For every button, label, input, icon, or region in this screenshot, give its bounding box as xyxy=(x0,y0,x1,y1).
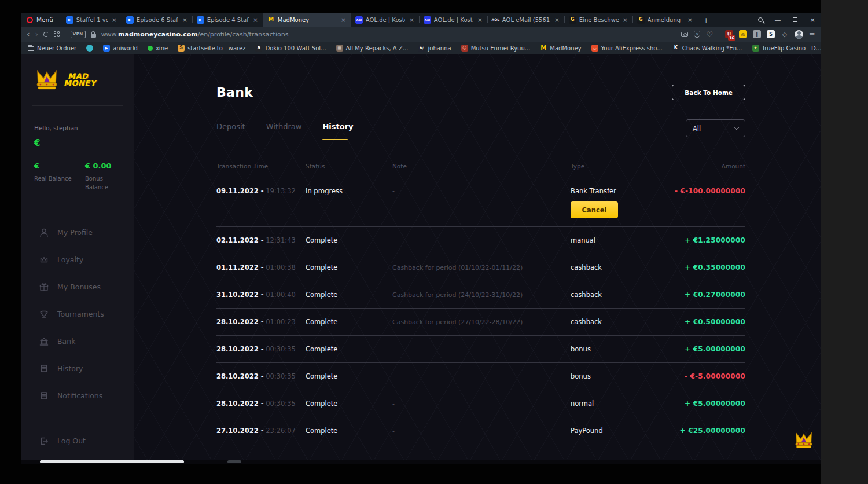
bookmark-item[interactable]: ☺Mutsu Enmei Ryuu... xyxy=(461,45,531,52)
close-button[interactable]: × xyxy=(804,13,821,27)
loyalty-crown-icon xyxy=(39,255,49,265)
back-to-home-button[interactable]: Back To Home xyxy=(672,85,745,100)
browser-tab[interactable]: ▶Staffel 1 von Gleipnir | A× xyxy=(61,13,122,27)
browser-tab[interactable]: AolAOL.de | Kostenlose Em× xyxy=(419,13,487,27)
sidebar-divider xyxy=(32,419,123,419)
browser-tab[interactable]: MMadMoney× xyxy=(263,13,351,27)
tab-close-icon[interactable]: × xyxy=(686,16,694,24)
floating-crown-button[interactable] xyxy=(793,431,815,452)
play-blue-icon: ▶ xyxy=(103,45,110,52)
sidebar-item-log-out[interactable]: Log Out xyxy=(21,427,134,454)
crown-icon: M xyxy=(540,45,547,52)
bookmark-item[interactable]: ✦TrueFlip Casino - D... xyxy=(752,45,821,52)
minimize-button[interactable]: — xyxy=(769,13,786,27)
cancel-button[interactable]: Cancel xyxy=(571,201,618,218)
opera-menu-button[interactable]: Menü xyxy=(21,13,61,27)
bookmark-item[interactable]: Neuer Ordner xyxy=(28,45,76,52)
bookmark-label: Neuer Ordner xyxy=(37,45,76,52)
extension-icon-cube[interactable]: ◇ xyxy=(781,30,789,38)
guru-favicon: G xyxy=(569,16,576,24)
active-tab-underline xyxy=(322,139,348,141)
tab-deposit[interactable]: Deposit xyxy=(216,122,245,134)
amount-cell: + €1.25000000 xyxy=(618,236,745,244)
extension-icon-s[interactable]: S xyxy=(767,30,775,38)
sidebar-item-my-profile[interactable]: My Profile xyxy=(21,219,134,246)
vpn-badge[interactable]: VPN xyxy=(71,31,86,38)
sidebar-settings-icon[interactable]: ≡ xyxy=(809,30,815,39)
reload-icon[interactable] xyxy=(43,32,49,37)
browser-tab[interactable]: ▶Episode 4 Staffel 1 von I× xyxy=(192,13,263,27)
tab-close-icon[interactable]: × xyxy=(553,16,561,24)
column-header: Type xyxy=(571,163,618,170)
bookmark-item[interactable]: ▦All My Repacks, A-Z... xyxy=(336,45,409,52)
sidebar-item-loyalty[interactable]: Loyalty xyxy=(21,246,134,273)
bookmark-item[interactable]: Sstartseite.to - warez xyxy=(178,45,245,52)
tab-title: Anmeldung | Casino Gu xyxy=(648,17,683,23)
bookmark-item[interactable]: ◡Your AliExpress sho... xyxy=(591,45,663,52)
browser-tab[interactable]: GEine Beschwerde einreic× xyxy=(564,13,632,27)
window-controls: — × xyxy=(752,13,821,27)
bookmark-item[interactable]: MMadMoney xyxy=(540,45,581,52)
bookmark-item[interactable]: KChaos Walking *En... xyxy=(672,45,742,52)
new-tab-button[interactable]: + xyxy=(697,13,715,27)
sidebar-item-bank[interactable]: Bank xyxy=(21,328,134,355)
sidebar-item-notifications[interactable]: Notifications xyxy=(21,382,134,409)
real-balance-value: € xyxy=(34,162,85,170)
balances: € Real Balance € 0.00 Bonus Balance xyxy=(21,162,134,192)
type-filter-select[interactable]: All xyxy=(686,119,745,137)
tab-close-icon[interactable]: × xyxy=(111,16,118,24)
snapshot-icon[interactable] xyxy=(681,32,688,37)
extension-icon-gray[interactable]: ‖ xyxy=(753,30,761,38)
horizontal-scrollbar-piece[interactable] xyxy=(227,460,241,463)
extension-icon-yellow[interactable]: ◎ xyxy=(739,30,747,38)
sidebar-item-my-bonuses[interactable]: My Bonuses xyxy=(21,273,134,300)
tab-close-icon[interactable]: × xyxy=(621,16,629,24)
browser-tab[interactable]: GAnmeldung | Casino Gu× xyxy=(632,13,697,27)
browser-tab[interactable]: ▶Episode 6 Staffel 1 von I× xyxy=(122,13,192,27)
madmoney-logo[interactable]: MAD MONEY xyxy=(21,68,134,91)
b-slash-icon: B/ xyxy=(418,45,425,52)
sidebar-item-label: Bank xyxy=(57,337,75,346)
extension-icon-red[interactable]: U16 xyxy=(725,30,733,38)
bookmark-label: Mutsu Enmei Ryuu... xyxy=(471,45,531,52)
tab-close-icon[interactable]: × xyxy=(252,16,259,24)
bookmark-item[interactable]: B/johanna xyxy=(418,45,451,52)
horizontal-scrollbar-thumb[interactable] xyxy=(40,460,184,463)
tab-withdraw[interactable]: Withdraw xyxy=(266,122,302,134)
note-cell: - xyxy=(392,400,571,408)
tab-search-icon[interactable] xyxy=(752,13,769,27)
tab-close-icon[interactable]: × xyxy=(476,16,484,24)
bookmark-item[interactable]: xine xyxy=(148,45,168,52)
tab-close-icon[interactable]: × xyxy=(340,16,347,24)
browser-tab[interactable]: AOLAOL eMail (5561)× xyxy=(487,13,564,27)
tab-history[interactable]: History xyxy=(322,122,353,134)
tab-title: AOL.de | Kostenlose Em xyxy=(366,17,405,23)
tab-close-icon[interactable]: × xyxy=(181,16,189,24)
profile-avatar[interactable] xyxy=(795,30,803,39)
trophy-icon xyxy=(39,309,49,320)
note-cell: Cashback for period (24/10/22-31/10/22) xyxy=(392,291,571,299)
table-row: 31.10.2022 - 01:00:40CompleteCashback fo… xyxy=(216,281,745,308)
tab-tiles-icon[interactable] xyxy=(54,31,60,37)
tab-close-icon[interactable]: × xyxy=(408,16,415,24)
status-cell: Complete xyxy=(306,399,392,408)
restore-button[interactable] xyxy=(786,13,804,27)
lock-icon[interactable] xyxy=(91,34,96,38)
sidebar-item-tournaments[interactable]: Tournaments xyxy=(21,300,134,328)
currency-symbol[interactable]: € xyxy=(21,138,134,148)
bookmark-item[interactable] xyxy=(86,45,93,52)
receipt-icon xyxy=(39,364,49,374)
bookmark-item[interactable]: ▶aniworld xyxy=(103,45,138,52)
adblock-shield-icon[interactable]: × xyxy=(694,31,700,38)
back-icon[interactable]: ‹ xyxy=(27,30,30,38)
aol-text-favicon: AOL xyxy=(492,16,499,24)
browser-tab[interactable]: AolAOL.de | Kostenlose Em× xyxy=(351,13,419,27)
url-field[interactable]: www.madmoneycasino.com/en/profile/cash/t… xyxy=(101,31,289,38)
bookmark-heart-icon[interactable]: ♡ xyxy=(706,30,713,39)
sidebar-item-history[interactable]: History xyxy=(21,355,134,382)
bookmark-item[interactable]: aDokio 100 Watt Sol... xyxy=(255,45,326,52)
crown-favicon: M xyxy=(267,16,275,24)
logout-icon xyxy=(39,436,49,446)
forward-icon[interactable]: › xyxy=(35,30,39,38)
type-cell: PayPound xyxy=(571,427,618,435)
